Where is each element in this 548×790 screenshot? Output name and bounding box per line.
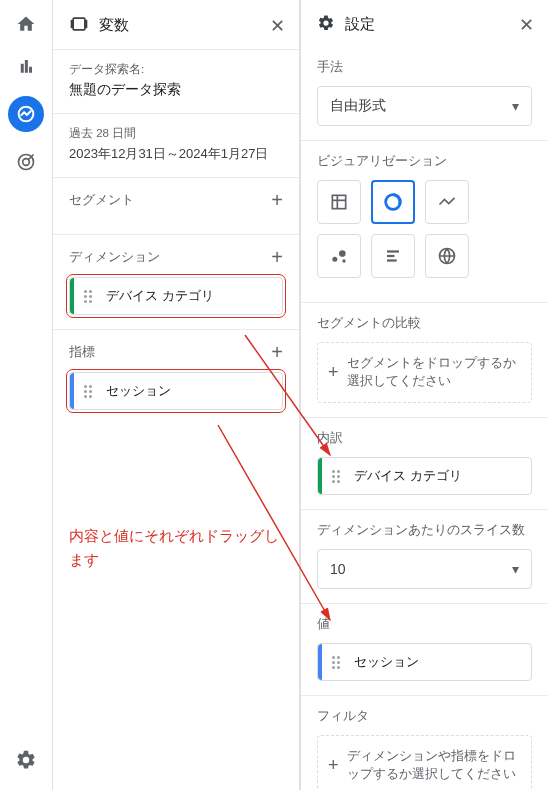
technique-value: 自由形式: [330, 97, 386, 115]
metrics-label: 指標: [69, 344, 95, 361]
filter-dropzone[interactable]: + ディメンションや指標をドロップするか選択してください: [317, 735, 532, 790]
explore-icon[interactable]: [8, 96, 44, 132]
viz-bar-button[interactable]: [371, 234, 415, 278]
slices-label: ディメンションあたりのスライス数: [317, 522, 525, 539]
dimension-chip-label: デバイス カテゴリ: [106, 287, 214, 305]
visualization-label: ビジュアリゼーション: [317, 153, 447, 170]
viz-scatter-button[interactable]: [317, 234, 361, 278]
chevron-down-icon: ▾: [512, 98, 519, 114]
technique-label: 手法: [317, 59, 343, 76]
values-chip-sessions[interactable]: セッション: [317, 643, 532, 681]
viz-geo-button[interactable]: [425, 234, 469, 278]
viz-table-button[interactable]: [317, 180, 361, 224]
svg-rect-5: [85, 21, 87, 28]
drag-handle-icon: [84, 385, 96, 398]
breakdown-label: 内訳: [317, 430, 343, 447]
drag-handle-icon: [332, 656, 344, 669]
metric-chip-label: セッション: [106, 382, 171, 400]
date-range-value: 2023年12月31日～2024年1月27日: [69, 145, 283, 163]
filter-placeholder: ディメンションや指標をドロップするか選択してください: [347, 748, 521, 783]
annotation-text: 内容と値にそれぞれドラッグします: [53, 524, 299, 572]
admin-gear-icon[interactable]: [14, 748, 38, 772]
svg-rect-4: [72, 21, 74, 28]
settings-title: 設定: [345, 15, 509, 34]
plus-icon: +: [328, 753, 339, 778]
dimensions-label: ディメンション: [69, 249, 160, 266]
segment-compare-placeholder: セグメントをドロップするか選択してください: [347, 355, 521, 390]
svg-point-11: [339, 250, 346, 257]
breakdown-chip-label: デバイス カテゴリ: [354, 467, 462, 485]
segment-compare-label: セグメントの比較: [317, 315, 421, 332]
breakdown-chip-device-category[interactable]: デバイス カテゴリ: [317, 457, 532, 495]
date-range-label: 過去 28 日間: [69, 126, 283, 141]
add-metric-button[interactable]: +: [271, 342, 283, 362]
variables-icon: [69, 14, 89, 37]
metric-chip-sessions[interactable]: セッション: [69, 372, 283, 410]
slices-select[interactable]: 10 ▾: [317, 549, 532, 589]
drag-handle-icon: [332, 470, 344, 483]
segments-label: セグメント: [69, 192, 134, 209]
plus-icon: +: [328, 360, 339, 385]
add-segment-button[interactable]: +: [271, 190, 283, 210]
dimension-chip-device-category[interactable]: デバイス カテゴリ: [69, 277, 283, 315]
filter-label: フィルタ: [317, 708, 369, 725]
values-chip-label: セッション: [354, 653, 419, 671]
svg-rect-6: [332, 195, 345, 208]
reports-icon[interactable]: [14, 54, 38, 78]
chevron-down-icon: ▾: [512, 561, 519, 577]
viz-donut-button[interactable]: [371, 180, 415, 224]
variables-title: 変数: [99, 16, 260, 35]
advertising-icon[interactable]: [14, 150, 38, 174]
viz-line-button[interactable]: [425, 180, 469, 224]
values-label: 値: [317, 616, 330, 633]
close-icon[interactable]: ✕: [519, 16, 534, 34]
date-range-picker[interactable]: 過去 28 日間 2023年12月31日～2024年1月27日: [53, 113, 299, 177]
exploration-name[interactable]: 無題のデータ探索: [69, 81, 283, 99]
svg-rect-3: [73, 18, 85, 30]
add-dimension-button[interactable]: +: [271, 247, 283, 267]
technique-select[interactable]: 自由形式 ▾: [317, 86, 532, 126]
home-icon[interactable]: [14, 12, 38, 36]
svg-point-12: [342, 259, 345, 262]
segment-compare-dropzone[interactable]: + セグメントをドロップするか選択してください: [317, 342, 532, 403]
svg-point-2: [23, 159, 30, 166]
slices-value: 10: [330, 561, 346, 577]
svg-point-10: [332, 257, 337, 262]
exploration-name-label: データ探索名:: [69, 62, 283, 77]
drag-handle-icon: [84, 290, 96, 303]
settings-gear-icon: [317, 14, 335, 35]
close-icon[interactable]: ✕: [270, 17, 285, 35]
